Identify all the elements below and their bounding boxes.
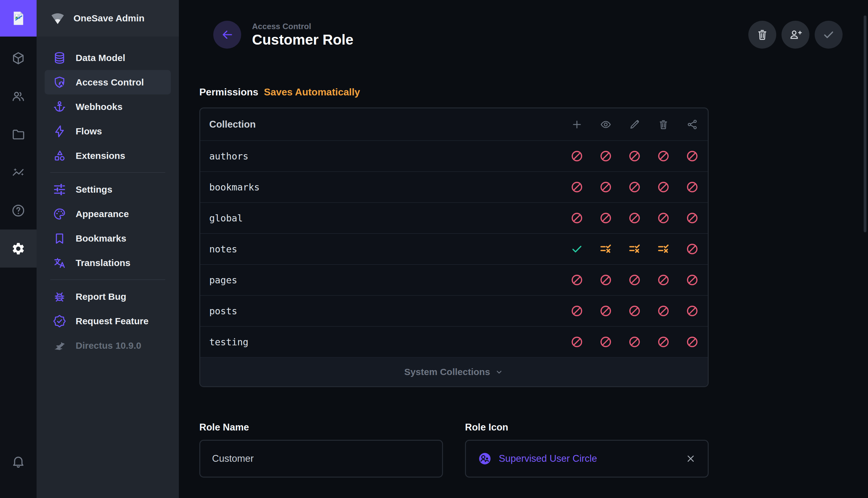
sidebar-item-request-feature[interactable]: Request Feature (44, 309, 171, 333)
role-name-value: Customer (212, 453, 254, 464)
permission-toggle[interactable] (599, 211, 613, 224)
table-row: pages (200, 264, 708, 295)
permission-toggle[interactable] (570, 181, 584, 194)
permission-toggle[interactable] (570, 243, 584, 255)
sidebar-item-bookmarks[interactable]: Bookmarks (44, 226, 171, 251)
permission-toggle[interactable] (628, 336, 641, 349)
sidebar-item-access-control[interactable]: Access Control (44, 70, 171, 94)
permission-toggle[interactable] (656, 304, 670, 317)
collection-name: bookmarks (209, 182, 260, 193)
permission-toggle[interactable] (656, 336, 670, 349)
sidebar-item-version: Directus 10.9.0 (44, 333, 171, 358)
permissions-label: Permissions (199, 87, 258, 98)
page-title: Customer Role (252, 31, 354, 48)
sidebar-item-data-model[interactable]: Data Model (44, 45, 171, 70)
role-icon-value: Supervised User Circle (499, 453, 597, 464)
permission-toggle[interactable] (599, 336, 613, 349)
no-access-icon (657, 336, 670, 349)
permission-toggle[interactable] (628, 211, 641, 224)
module-settings[interactable] (0, 230, 37, 267)
system-collections-toggle[interactable]: System Collections (200, 357, 708, 386)
permission-toggle[interactable] (686, 336, 699, 349)
sidebar-item-extensions[interactable]: Extensions (44, 143, 171, 168)
role-name-input[interactable]: Customer (199, 440, 443, 477)
permission-toggle[interactable] (570, 336, 584, 349)
permission-toggle[interactable] (599, 274, 613, 287)
sidebar-item-report-bug[interactable]: Report Bug (44, 284, 171, 309)
sidebar-item-flows[interactable]: Flows (44, 119, 171, 143)
sidebar-item-label: Data Model (76, 53, 125, 63)
sidebar-item-webhooks[interactable]: Webhooks (44, 94, 171, 119)
back-button[interactable] (213, 21, 241, 49)
permission-toggle[interactable] (599, 149, 613, 162)
no-access-icon (657, 304, 670, 317)
permission-toggle[interactable] (686, 149, 699, 162)
clear-icon-button[interactable] (686, 454, 696, 464)
permission-toggle[interactable] (686, 181, 699, 194)
collection-name: pages (209, 275, 237, 286)
permission-toggle[interactable] (628, 149, 641, 162)
module-users[interactable] (0, 77, 37, 115)
role-form: Role Name Customer Role Icon Supervised … (199, 422, 868, 477)
invite-users-button[interactable] (781, 21, 809, 49)
permission-toggle[interactable] (656, 211, 670, 224)
project-logo[interactable] (0, 0, 37, 37)
table-row: authors (200, 140, 708, 171)
insights-icon (11, 166, 25, 180)
permission-toggle[interactable] (599, 181, 613, 194)
delete-role-button[interactable] (748, 21, 776, 49)
sidebar-item-translations[interactable]: Translations (44, 251, 171, 275)
no-access-icon (686, 304, 699, 317)
eye-icon (600, 119, 612, 130)
no-access-icon (686, 243, 699, 255)
permission-toggle[interactable] (656, 181, 670, 194)
module-content[interactable] (0, 39, 37, 77)
sidebar-item-label: Flows (76, 126, 102, 136)
permission-toggle[interactable] (599, 243, 613, 255)
no-access-icon (599, 149, 612, 162)
translate-icon (53, 256, 66, 270)
sidebar-item-label: Request Feature (76, 316, 149, 326)
no-access-icon (657, 181, 670, 194)
permission-toggle[interactable] (628, 243, 641, 255)
permission-toggle[interactable] (656, 243, 670, 255)
save-button[interactable] (815, 21, 843, 49)
module-insights[interactable] (0, 153, 37, 192)
page-header: Access Control Customer Role (179, 0, 868, 49)
no-access-icon (686, 149, 699, 162)
permissions-heading: Permissions Saves Automatically (199, 87, 868, 98)
permission-toggle[interactable] (656, 149, 670, 162)
notifications-button[interactable] (0, 442, 37, 480)
permission-toggle[interactable] (628, 274, 641, 287)
module-list (0, 37, 37, 267)
collection-name: global (209, 213, 243, 224)
permission-toggle[interactable] (656, 274, 670, 287)
permission-toggle[interactable] (599, 304, 613, 317)
permission-toggle[interactable] (570, 304, 584, 317)
module-files[interactable] (0, 115, 37, 153)
permission-toggle[interactable] (570, 149, 584, 162)
role-icon-input[interactable]: Supervised User Circle (465, 440, 709, 477)
project-title: OneSave Admin (74, 13, 144, 24)
no-access-icon (571, 211, 584, 224)
scrollbar-thumb[interactable] (864, 15, 866, 232)
create-column-header (570, 119, 584, 130)
permission-toggle[interactable] (570, 274, 584, 287)
project-header[interactable]: OneSave Admin (37, 0, 179, 37)
chevron-down-icon (495, 367, 504, 377)
permission-toggle[interactable] (686, 211, 699, 224)
main-content: Access Control Customer Role Permissions… (179, 0, 868, 498)
no-access-icon (599, 304, 612, 317)
signal-wedge-icon (50, 10, 66, 26)
module-help[interactable] (0, 192, 37, 230)
permission-toggle[interactable] (686, 243, 699, 255)
sidebar-item-settings[interactable]: Settings (44, 177, 171, 201)
permission-toggle[interactable] (686, 304, 699, 317)
permission-toggle[interactable] (686, 274, 699, 287)
permission-toggle[interactable] (628, 181, 641, 194)
no-access-icon (599, 211, 612, 224)
permission-toggle[interactable] (570, 211, 584, 224)
sidebar-item-appearance[interactable]: Appearance (44, 201, 171, 226)
sidebar-nav: Data Model Access Control Webhooks Flows… (37, 37, 179, 358)
permission-toggle[interactable] (628, 304, 641, 317)
